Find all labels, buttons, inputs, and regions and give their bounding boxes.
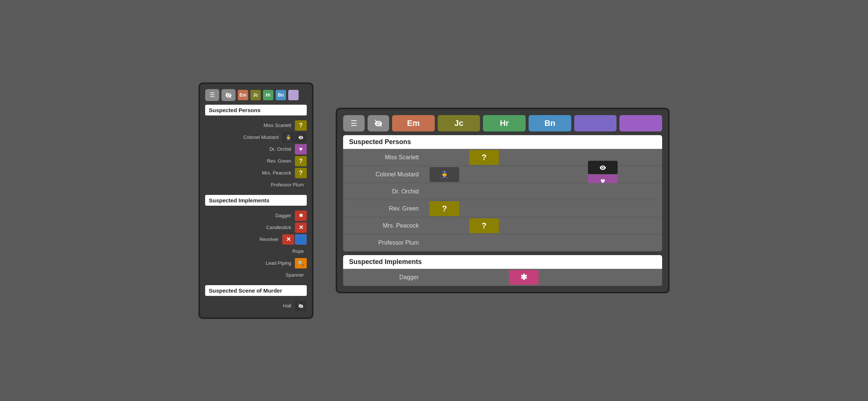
name-mustard-large: Colonel Mustard <box>343 171 425 178</box>
cell-plum-hr[interactable] <box>504 234 543 251</box>
name-candlestick-small: Candlestick <box>205 225 294 230</box>
cell-orchid-jc[interactable] <box>464 183 504 200</box>
row-dagger-small: Dagger ✱ <box>205 210 307 221</box>
cell-scarlett-e2[interactable] <box>622 149 662 166</box>
cell-revolver-x-small[interactable]: ✕ <box>282 234 294 245</box>
row-revolver-small: Revolver ✕ 👤 <box>205 234 307 245</box>
row-rev-green-small: Rev. Green ? <box>205 156 307 167</box>
row-spanner-small: Spanner <box>205 270 307 281</box>
cell-mustard-e2[interactable] <box>622 166 662 183</box>
row-plum-large: Professor Plum <box>343 234 662 251</box>
cell-green-hr[interactable] <box>504 200 543 217</box>
cell-orchid-hr[interactable] <box>504 183 543 200</box>
name-rope-small: Rope <box>205 248 307 254</box>
name-rev-green-small: Rev. Green <box>205 158 294 164</box>
name-green-large: Rev. Green <box>343 205 425 212</box>
cell-dagger-em[interactable] <box>425 269 464 286</box>
cell-green-e2[interactable] <box>622 200 662 217</box>
menu-button-large[interactable]: ☰ <box>343 115 365 131</box>
name-colonel-mustard-small: Colonel Mustard <box>205 134 282 140</box>
cell-scarlett-hr[interactable] <box>504 149 543 166</box>
cell-peacock-e2[interactable] <box>622 217 662 234</box>
cell-plum-em[interactable] <box>425 234 464 251</box>
cells-green-large: ? <box>425 200 662 217</box>
persons-list-small: Miss Scarlett ? Colonel Mustard 👮 Dr. Or… <box>205 119 307 191</box>
cells-plum-large <box>425 234 662 251</box>
cell-hall-eye-small[interactable] <box>295 301 307 311</box>
cell-dagger-star-small[interactable]: ✱ <box>295 211 307 221</box>
player-empty-small[interactable] <box>288 90 299 100</box>
cell-dagger-e2[interactable] <box>622 269 662 286</box>
cell-lead-search-small[interactable]: 🔍 <box>295 258 307 268</box>
cell-orchid-bn[interactable] <box>543 183 583 200</box>
cell-peacock-hr[interactable] <box>504 217 543 234</box>
cell-green-e1[interactable] <box>583 200 623 217</box>
cell-dagger-bn[interactable] <box>543 269 583 286</box>
name-plum-large: Professor Plum <box>343 239 425 246</box>
cell-dagger-jc[interactable] <box>464 269 504 286</box>
cells-peacock-large: ? <box>425 217 662 234</box>
name-dr-orchid-small: Dr. Orchid <box>205 146 294 152</box>
player-em-small[interactable]: Em <box>238 90 248 100</box>
cell-green-bn[interactable] <box>543 200 583 217</box>
cell-peacock-q-small[interactable]: ? <box>295 168 307 178</box>
name-lead-piping-small: Lead Piping <box>205 260 294 266</box>
cell-mustard-eye-small[interactable] <box>295 132 307 143</box>
cell-mustard-icon-small[interactable]: 👮 <box>282 132 294 143</box>
row-green-large: Rev. Green ? <box>343 200 662 217</box>
large-toolbar: ☰ Em Jc Hr Bn <box>343 115 662 131</box>
name-peacock-large: Mrs. Peacock <box>343 222 425 229</box>
cell-plum-e2[interactable] <box>622 234 662 251</box>
cell-orchid-e2[interactable] <box>622 183 662 200</box>
cell-peacock-bn[interactable] <box>543 217 583 234</box>
cell-orchid-heart-small[interactable]: ♥ <box>295 144 307 154</box>
cell-peacock-jc[interactable]: ? <box>464 217 504 234</box>
cell-scarlett-q-small[interactable]: ? <box>295 120 307 131</box>
player-empty2-large[interactable] <box>619 115 662 131</box>
section-persons-header-large: Suspected Persons <box>343 135 662 149</box>
cell-dagger-e1[interactable] <box>583 269 623 286</box>
section-implements-header-small: Suspected Implements <box>205 195 307 206</box>
eye-button[interactable] <box>221 89 236 101</box>
eye-button-large[interactable] <box>368 115 389 131</box>
name-scarlett-large: Miss Scarlett <box>343 154 425 161</box>
cell-mustard-bn[interactable] <box>543 166 583 183</box>
cell-green-em[interactable]: ? <box>425 200 464 217</box>
cell-candlestick-x-small[interactable]: ✕ <box>295 222 307 233</box>
cell-orchid-e1[interactable] <box>583 183 623 200</box>
player-bn-large[interactable]: Bn <box>529 115 571 131</box>
cell-mustard-hr[interactable] <box>504 166 543 183</box>
player-hr-large[interactable]: Hr <box>483 115 526 131</box>
name-orchid-large: Dr. Orchid <box>343 188 425 195</box>
player-jc-small[interactable]: Jc <box>250 90 261 100</box>
cell-peacock-e1[interactable] <box>583 217 623 234</box>
menu-button[interactable]: ☰ <box>205 89 219 101</box>
player-empty1-large[interactable] <box>574 115 617 131</box>
cell-dagger-hr[interactable]: ✱ <box>504 269 543 286</box>
cell-orchid-em[interactable] <box>425 183 464 200</box>
cell-plum-jc[interactable] <box>464 234 504 251</box>
row-mustard-large: Colonel Mustard 👮 ♥ <box>343 166 662 183</box>
player-jc-large[interactable]: Jc <box>438 115 480 131</box>
large-panel: ☰ Em Jc Hr Bn Suspected Persons Miss Sca… <box>336 108 670 293</box>
cell-plum-e1[interactable] <box>583 234 623 251</box>
cell-mustard-jc[interactable] <box>464 166 504 183</box>
cell-scarlett-em[interactable] <box>425 149 464 166</box>
cell-scarlett-bn[interactable] <box>543 149 583 166</box>
row-hall-small: Hall <box>205 300 307 312</box>
row-dr-orchid-small: Dr. Orchid ♥ <box>205 144 307 155</box>
row-candlestick-small: Candlestick ✕ <box>205 222 307 233</box>
player-em-large[interactable]: Em <box>392 115 435 131</box>
row-dagger-large: Dagger ✱ <box>343 269 662 286</box>
cell-scarlett-jc[interactable]: ? <box>464 149 504 166</box>
cell-green-q-small[interactable]: ? <box>295 156 307 166</box>
player-bn-small[interactable]: Bn <box>276 90 286 100</box>
cell-green-jc[interactable] <box>464 200 504 217</box>
cells-orchid-large <box>425 183 662 200</box>
cell-mustard-em[interactable]: 👮 <box>425 166 464 183</box>
cell-mustard-e1[interactable]: ♥ <box>583 166 623 183</box>
cell-revolver-person-small[interactable]: 👤 <box>295 234 307 245</box>
player-hr-small[interactable]: Hr <box>263 90 273 100</box>
cell-plum-bn[interactable] <box>543 234 583 251</box>
cell-peacock-em[interactable] <box>425 217 464 234</box>
